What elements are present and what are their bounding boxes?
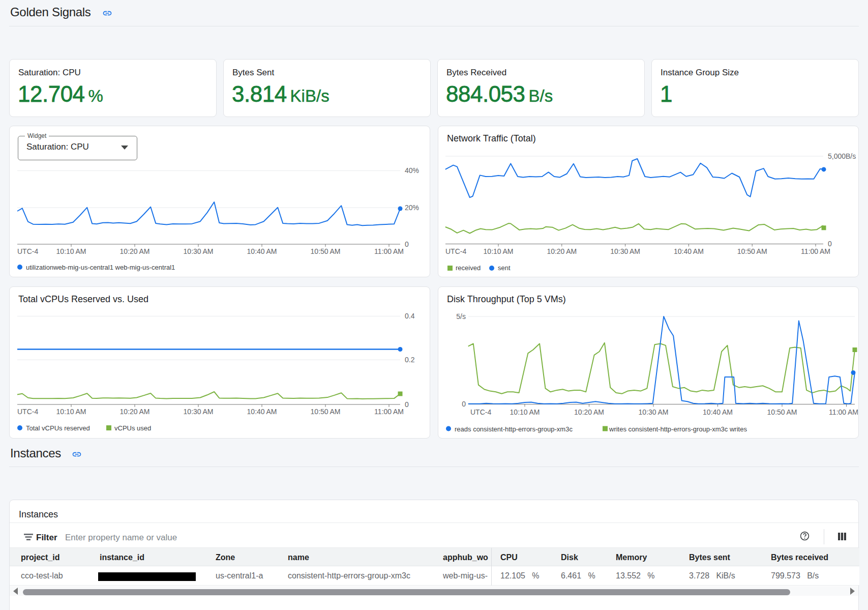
svg-text:10:50 AM: 10:50 AM: [311, 408, 341, 416]
svg-text:10:10 AM: 10:10 AM: [484, 247, 514, 255]
svg-text:10:30 AM: 10:30 AM: [610, 247, 640, 255]
svg-text:0: 0: [405, 240, 409, 248]
svg-text:10:30 AM: 10:30 AM: [639, 408, 669, 416]
svg-text:10:10 AM: 10:10 AM: [510, 408, 540, 416]
svg-text:0.2: 0.2: [405, 356, 415, 364]
svg-text:20%: 20%: [405, 204, 419, 212]
svg-text:10:50 AM: 10:50 AM: [737, 247, 767, 255]
svg-text:10:40 AM: 10:40 AM: [674, 247, 704, 255]
svg-text:writes consistent-http-errors-: writes consistent-http-errors-group-xm3c…: [609, 425, 747, 433]
svg-text:5,000B/s: 5,000B/s: [828, 152, 856, 160]
svg-text:received: received: [456, 264, 481, 272]
svg-text:vCPUs used: vCPUs used: [114, 424, 151, 432]
svg-text:0: 0: [462, 400, 466, 408]
svg-text:utilizationweb-mig-us-central1: utilizationweb-mig-us-central1 web-mig-u…: [26, 264, 175, 271]
svg-text:10:10 AM: 10:10 AM: [56, 408, 86, 416]
svg-text:UTC-4: UTC-4: [470, 408, 491, 416]
svg-text:10:20 AM: 10:20 AM: [120, 408, 150, 416]
svg-text:UTC-4: UTC-4: [17, 247, 38, 255]
svg-text:10:30 AM: 10:30 AM: [184, 247, 214, 255]
svg-text:5/s: 5/s: [456, 312, 466, 321]
svg-text:10:20 AM: 10:20 AM: [574, 408, 604, 416]
svg-text:0.4: 0.4: [405, 312, 415, 320]
svg-text:11:00 AM: 11:00 AM: [829, 408, 858, 416]
svg-text:10:20 AM: 10:20 AM: [547, 247, 577, 255]
svg-text:11:00 AM: 11:00 AM: [374, 247, 404, 255]
svg-text:UTC-4: UTC-4: [445, 247, 466, 255]
svg-text:10:50 AM: 10:50 AM: [767, 408, 797, 416]
svg-text:10:30 AM: 10:30 AM: [184, 408, 214, 416]
svg-text:10:40 AM: 10:40 AM: [247, 247, 277, 255]
svg-text:0: 0: [405, 400, 409, 409]
svg-text:10:50 AM: 10:50 AM: [311, 247, 341, 255]
svg-text:10:10 AM: 10:10 AM: [56, 247, 86, 255]
svg-text:reads consistent-http-errors-g: reads consistent-http-errors-group-xm3c: [455, 425, 573, 433]
svg-text:10:20 AM: 10:20 AM: [120, 247, 150, 255]
svg-text:40%: 40%: [405, 166, 419, 175]
svg-text:11:00 AM: 11:00 AM: [801, 247, 830, 255]
svg-text:10:40 AM: 10:40 AM: [247, 408, 277, 416]
svg-text:11:00 AM: 11:00 AM: [374, 408, 404, 416]
svg-text:10:40 AM: 10:40 AM: [703, 408, 733, 416]
svg-text:sent: sent: [498, 264, 511, 272]
svg-text:UTC-4: UTC-4: [17, 408, 38, 416]
svg-text:Total vCPUs reserved: Total vCPUs reserved: [26, 424, 90, 432]
